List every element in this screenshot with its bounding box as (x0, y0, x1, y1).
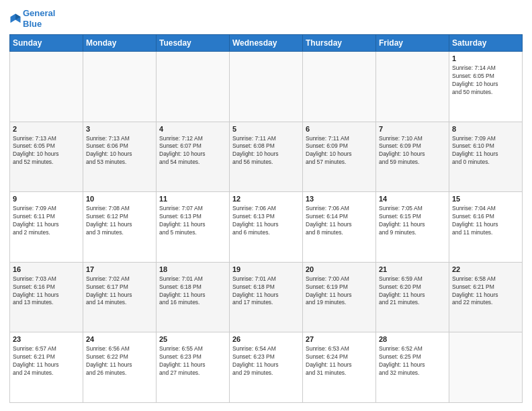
day-number: 13 (306, 194, 373, 204)
day-info: Sunrise: 6:58 AM Sunset: 6:21 PM Dayligh… (452, 275, 519, 308)
day-info: Sunrise: 7:01 AM Sunset: 6:18 PM Dayligh… (232, 275, 300, 308)
day-number: 23 (13, 334, 80, 345)
calendar-cell: 14Sunrise: 7:05 AM Sunset: 6:15 PM Dayli… (376, 192, 449, 263)
day-info: Sunrise: 6:54 AM Sunset: 6:23 PM Dayligh… (232, 345, 300, 377)
logo-text: General Blue (23, 8, 55, 29)
calendar-week-3: 16Sunrise: 7:03 AM Sunset: 6:16 PM Dayli… (10, 262, 523, 332)
day-info: Sunrise: 6:52 AM Sunset: 6:25 PM Dayligh… (379, 345, 446, 377)
weekday-header-sunday: Sunday (10, 35, 83, 52)
day-number: 8 (452, 124, 519, 134)
day-number: 14 (379, 194, 446, 204)
day-info: Sunrise: 7:09 AM Sunset: 6:10 PM Dayligh… (452, 135, 519, 167)
day-info: Sunrise: 6:55 AM Sunset: 6:23 PM Dayligh… (159, 345, 226, 377)
calendar-cell: 7Sunrise: 7:10 AM Sunset: 6:09 PM Daylig… (376, 122, 449, 192)
calendar-table: SundayMondayTuesdayWednesdayThursdayFrid… (9, 34, 523, 403)
calendar-cell (83, 52, 157, 122)
day-number: 9 (13, 194, 80, 204)
day-number: 10 (86, 194, 153, 204)
calendar-cell: 4Sunrise: 7:12 AM Sunset: 6:07 PM Daylig… (157, 122, 230, 192)
day-info: Sunrise: 7:01 AM Sunset: 6:18 PM Dayligh… (159, 275, 226, 308)
calendar-cell: 23Sunrise: 6:57 AM Sunset: 6:21 PM Dayli… (10, 332, 83, 403)
calendar-cell: 8Sunrise: 7:09 AM Sunset: 6:10 PM Daylig… (449, 122, 523, 192)
calendar-cell (303, 52, 376, 122)
day-number: 3 (86, 124, 153, 134)
day-info: Sunrise: 7:08 AM Sunset: 6:12 PM Dayligh… (86, 205, 153, 237)
calendar-cell: 17Sunrise: 7:02 AM Sunset: 6:17 PM Dayli… (83, 262, 157, 332)
calendar-cell: 27Sunrise: 6:53 AM Sunset: 6:24 PM Dayli… (303, 332, 376, 403)
day-number: 24 (86, 334, 153, 345)
calendar-cell: 6Sunrise: 7:11 AM Sunset: 6:09 PM Daylig… (303, 122, 376, 192)
day-number: 20 (306, 265, 373, 275)
day-number: 6 (306, 124, 373, 134)
calendar-cell: 24Sunrise: 6:56 AM Sunset: 6:22 PM Dayli… (83, 332, 157, 403)
calendar-cell (230, 52, 303, 122)
day-number: 19 (232, 265, 300, 275)
day-number: 1 (452, 54, 519, 64)
day-info: Sunrise: 6:56 AM Sunset: 6:22 PM Dayligh… (86, 345, 153, 377)
logo: General Blue (9, 8, 55, 29)
calendar-cell: 19Sunrise: 7:01 AM Sunset: 6:18 PM Dayli… (230, 262, 303, 332)
calendar-cell: 11Sunrise: 7:07 AM Sunset: 6:13 PM Dayli… (157, 192, 230, 263)
calendar-week-2: 9Sunrise: 7:09 AM Sunset: 6:11 PM Daylig… (10, 192, 523, 263)
day-number: 2 (13, 124, 80, 134)
day-number: 26 (232, 334, 300, 345)
calendar-cell: 5Sunrise: 7:11 AM Sunset: 6:08 PM Daylig… (230, 122, 303, 192)
day-number: 11 (159, 194, 226, 204)
day-number: 4 (159, 124, 226, 134)
calendar-cell: 3Sunrise: 7:13 AM Sunset: 6:06 PM Daylig… (83, 122, 157, 192)
day-number: 7 (379, 124, 446, 134)
calendar-cell: 26Sunrise: 6:54 AM Sunset: 6:23 PM Dayli… (230, 332, 303, 403)
day-info: Sunrise: 7:10 AM Sunset: 6:09 PM Dayligh… (379, 135, 446, 167)
day-info: Sunrise: 7:09 AM Sunset: 6:11 PM Dayligh… (13, 205, 80, 237)
day-info: Sunrise: 7:12 AM Sunset: 6:07 PM Dayligh… (159, 135, 226, 167)
day-info: Sunrise: 7:13 AM Sunset: 6:05 PM Dayligh… (13, 135, 80, 167)
weekday-header-saturday: Saturday (449, 35, 523, 52)
calendar-cell (376, 52, 449, 122)
day-number: 5 (232, 124, 300, 134)
calendar-week-4: 23Sunrise: 6:57 AM Sunset: 6:21 PM Dayli… (10, 332, 523, 403)
day-number: 21 (379, 265, 446, 275)
weekday-header-row: SundayMondayTuesdayWednesdayThursdayFrid… (10, 35, 523, 52)
day-number: 12 (232, 194, 300, 204)
day-number: 28 (379, 334, 446, 345)
day-number: 17 (86, 265, 153, 275)
calendar-cell: 20Sunrise: 7:00 AM Sunset: 6:19 PM Dayli… (303, 262, 376, 332)
weekday-header-tuesday: Tuesday (157, 35, 230, 52)
calendar-cell: 16Sunrise: 7:03 AM Sunset: 6:16 PM Dayli… (10, 262, 83, 332)
calendar-cell: 13Sunrise: 7:06 AM Sunset: 6:14 PM Dayli… (303, 192, 376, 263)
day-info: Sunrise: 7:14 AM Sunset: 6:05 PM Dayligh… (452, 64, 519, 97)
day-info: Sunrise: 6:57 AM Sunset: 6:21 PM Dayligh… (13, 345, 80, 377)
calendar-cell: 9Sunrise: 7:09 AM Sunset: 6:11 PM Daylig… (10, 192, 83, 263)
day-info: Sunrise: 7:04 AM Sunset: 6:16 PM Dayligh… (452, 205, 519, 237)
calendar-cell (449, 332, 523, 403)
day-number: 27 (306, 334, 373, 345)
calendar-cell: 1Sunrise: 7:14 AM Sunset: 6:05 PM Daylig… (449, 52, 523, 122)
day-number: 25 (159, 334, 226, 345)
calendar-week-0: 1Sunrise: 7:14 AM Sunset: 6:05 PM Daylig… (10, 52, 523, 122)
calendar-cell: 25Sunrise: 6:55 AM Sunset: 6:23 PM Dayli… (157, 332, 230, 403)
calendar-cell: 18Sunrise: 7:01 AM Sunset: 6:18 PM Dayli… (157, 262, 230, 332)
day-info: Sunrise: 7:02 AM Sunset: 6:17 PM Dayligh… (86, 275, 153, 308)
logo-icon (9, 13, 21, 25)
day-number: 16 (13, 265, 80, 275)
day-number: 15 (452, 194, 519, 204)
day-info: Sunrise: 7:06 AM Sunset: 6:13 PM Dayligh… (232, 205, 300, 237)
header: General Blue (9, 8, 523, 29)
weekday-header-monday: Monday (83, 35, 157, 52)
day-info: Sunrise: 7:11 AM Sunset: 6:09 PM Dayligh… (306, 135, 373, 167)
calendar-cell: 2Sunrise: 7:13 AM Sunset: 6:05 PM Daylig… (10, 122, 83, 192)
weekday-header-wednesday: Wednesday (230, 35, 303, 52)
day-info: Sunrise: 7:05 AM Sunset: 6:15 PM Dayligh… (379, 205, 446, 237)
calendar-cell (157, 52, 230, 122)
day-info: Sunrise: 7:00 AM Sunset: 6:19 PM Dayligh… (306, 275, 373, 308)
weekday-header-thursday: Thursday (303, 35, 376, 52)
day-info: Sunrise: 7:07 AM Sunset: 6:13 PM Dayligh… (159, 205, 226, 237)
calendar-cell: 28Sunrise: 6:52 AM Sunset: 6:25 PM Dayli… (376, 332, 449, 403)
calendar-cell: 22Sunrise: 6:58 AM Sunset: 6:21 PM Dayli… (449, 262, 523, 332)
calendar-cell: 12Sunrise: 7:06 AM Sunset: 6:13 PM Dayli… (230, 192, 303, 263)
calendar-cell: 15Sunrise: 7:04 AM Sunset: 6:16 PM Dayli… (449, 192, 523, 263)
day-info: Sunrise: 7:13 AM Sunset: 6:06 PM Dayligh… (86, 135, 153, 167)
calendar-week-1: 2Sunrise: 7:13 AM Sunset: 6:05 PM Daylig… (10, 122, 523, 192)
page: General Blue SundayMondayTuesdayWednesda… (0, 0, 532, 411)
calendar-cell: 10Sunrise: 7:08 AM Sunset: 6:12 PM Dayli… (83, 192, 157, 263)
